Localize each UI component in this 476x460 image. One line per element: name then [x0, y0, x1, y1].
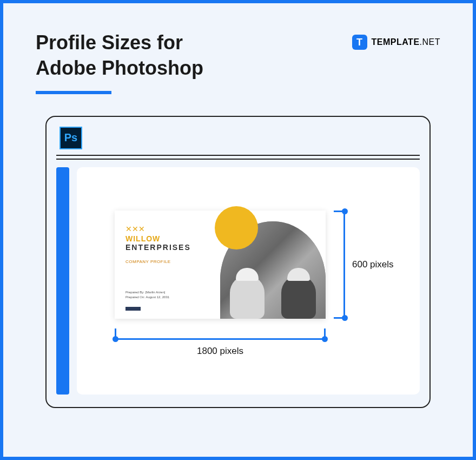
- tool-sidebar: [56, 167, 69, 395]
- dimension-line: [115, 338, 326, 340]
- hardhat-icon: [287, 268, 310, 281]
- title-block: Profile Sizes for Adobe Photoshop: [36, 30, 203, 94]
- page-title-line2: Adobe Photoshop: [36, 56, 203, 81]
- card-logo-symbol: ✕✕✕: [125, 225, 223, 233]
- divider-2: [56, 159, 420, 160]
- yellow-circle-accent: [215, 206, 258, 249]
- divider-1: [56, 155, 420, 156]
- canvas-area: ✕✕✕ WILLOW ENTERPRISES COMPANY PROFILE P…: [77, 167, 420, 395]
- height-dimension: 600 pixels: [334, 211, 399, 319]
- hardhat-icon: [236, 268, 259, 281]
- dimension-dot: [322, 336, 328, 342]
- worker-figure-2: [281, 275, 316, 319]
- height-label: 600 pixels: [352, 259, 394, 270]
- photoshop-icon: Ps: [60, 127, 82, 149]
- photoshop-window: Ps ✕✕✕ WILLOW ENTERPRISES COMPANY PROFIL…: [45, 116, 431, 408]
- dimension-line: [343, 211, 345, 319]
- card-brand-top: WILLOW: [125, 234, 223, 243]
- worker-figure-1: [230, 275, 265, 319]
- card-subtitle: COMPANY PROFILE: [125, 259, 223, 264]
- card-image-section: [231, 211, 326, 319]
- profile-card: ✕✕✕ WILLOW ENTERPRISES COMPANY PROFILE P…: [115, 211, 326, 319]
- brand-name: TEMPLATE: [372, 37, 420, 47]
- card-accent-bar: [125, 307, 141, 311]
- width-label: 1800 pixels: [193, 346, 248, 357]
- card-text-section: ✕✕✕ WILLOW ENTERPRISES COMPANY PROFILE P…: [115, 211, 231, 319]
- workspace: ✕✕✕ WILLOW ENTERPRISES COMPANY PROFILE P…: [56, 167, 420, 395]
- dimension-dot: [342, 315, 348, 321]
- brand-logo: T TEMPLATE.NET: [352, 35, 440, 50]
- brand-text: TEMPLATE.NET: [372, 37, 440, 47]
- prepared-on: Prepared On: August 12, 2031: [125, 295, 223, 300]
- brand-suffix: .NET: [420, 37, 440, 47]
- prepared-by: Prepared By: [Marlin Arzen]: [125, 290, 223, 295]
- card-prepared: Prepared By: [Marlin Arzen] Prepared On:…: [125, 290, 223, 300]
- width-dimension: 1800 pixels: [115, 328, 326, 361]
- page-title-line1: Profile Sizes for: [36, 30, 203, 56]
- title-underline: [36, 91, 111, 94]
- dimension-dot: [113, 336, 118, 342]
- brand-icon: T: [352, 35, 367, 50]
- dimension-dot: [342, 208, 348, 214]
- card-brand-bottom: ENTERPRISES: [125, 243, 223, 252]
- header: Profile Sizes for Adobe Photoshop T TEMP…: [3, 3, 473, 94]
